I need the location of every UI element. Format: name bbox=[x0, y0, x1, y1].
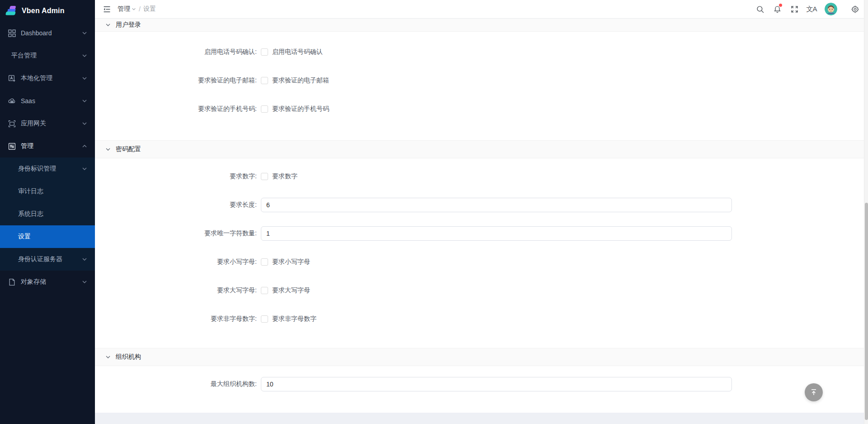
header-actions: 文A bbox=[753, 2, 862, 16]
translate-icon[interactable]: 文A bbox=[805, 2, 818, 16]
checkbox-label[interactable]: 要求验证的电子邮箱 bbox=[272, 76, 329, 85]
section-body-password-config: 要求数字: 要求数字 要求长度: 要求唯一字符数量: 要求小写字母: 要求小写字… bbox=[95, 158, 868, 348]
chevron-down-icon bbox=[105, 22, 111, 28]
sidebar-item-label: Dashboard bbox=[21, 29, 52, 37]
fullscreen-icon[interactable] bbox=[788, 2, 801, 16]
sidebar-item-admin[interactable]: 管理 bbox=[0, 135, 95, 157]
notification-dot bbox=[779, 4, 782, 7]
vben-logo-icon bbox=[5, 4, 18, 18]
breadcrumb-item-admin[interactable]: 管理 bbox=[118, 5, 136, 13]
sidebar-item-label: 管理 bbox=[21, 142, 33, 150]
back-to-top-button[interactable] bbox=[805, 383, 823, 401]
manage-icon bbox=[8, 143, 16, 150]
require-uppercase-checkbox[interactable] bbox=[261, 287, 268, 294]
chevron-up-icon bbox=[82, 143, 87, 149]
form-row: 要求验证的电子邮箱: 要求验证的电子邮箱 bbox=[95, 73, 868, 88]
storage-icon bbox=[8, 278, 16, 286]
sidebar-item-object-storage[interactable]: 对象存储 bbox=[0, 271, 95, 293]
form-row: 最大组织机构数: bbox=[95, 377, 868, 391]
sidebar-item-dashboard[interactable]: Dashboard bbox=[0, 22, 95, 44]
sidebar-menu-bottom: 对象存储 bbox=[0, 271, 95, 293]
page-scrollbar-track[interactable] bbox=[864, 0, 868, 424]
form-row: 要求大写字母: 要求大写字母 bbox=[95, 283, 868, 298]
field-label: 启用电话号码确认: bbox=[95, 48, 257, 56]
sidebar-item-label: 对象存储 bbox=[21, 278, 46, 286]
chevron-down-icon bbox=[132, 7, 136, 11]
chevron-down-icon bbox=[105, 354, 111, 360]
sidebar-item-audit-log[interactable]: 审计日志 bbox=[0, 180, 95, 203]
section-title: 用户登录 bbox=[116, 21, 141, 29]
sidebar-item-system-log[interactable]: 系统日志 bbox=[0, 203, 95, 225]
section-header-organization[interactable]: 组织机构 bbox=[95, 348, 868, 366]
avatar[interactable] bbox=[825, 3, 837, 15]
top-header: 管理 / 设置 文A bbox=[95, 0, 868, 19]
checkbox-label[interactable]: 要求非字母数字 bbox=[272, 315, 316, 323]
sidebar-item-label: 身份认证服务器 bbox=[18, 255, 62, 263]
require-confirmed-phone-checkbox[interactable] bbox=[261, 105, 268, 113]
chevron-down-icon bbox=[82, 98, 87, 104]
locale-icon bbox=[8, 75, 16, 82]
require-digit-checkbox[interactable] bbox=[261, 173, 268, 180]
checkbox-label[interactable]: 要求验证的手机号码 bbox=[272, 105, 329, 113]
section-title: 密码配置 bbox=[116, 145, 141, 153]
field-label: 要求大写字母: bbox=[95, 286, 257, 295]
checkbox-label[interactable]: 要求数字 bbox=[272, 172, 297, 181]
chevron-down-icon bbox=[82, 257, 87, 262]
page-scrollbar-thumb[interactable] bbox=[865, 203, 868, 420]
chevron-down-icon bbox=[82, 279, 87, 285]
section-body-organization: 最大组织机构数: bbox=[95, 366, 868, 413]
app-logo[interactable]: Vben Admin bbox=[0, 0, 95, 22]
require-confirmed-email-checkbox[interactable] bbox=[261, 77, 268, 84]
sidebar-item-label: 系统日志 bbox=[18, 210, 43, 218]
checkbox-label[interactable]: 要求小写字母 bbox=[272, 258, 310, 266]
chevron-down-icon bbox=[82, 53, 87, 58]
checkbox-label[interactable]: 启用电话号码确认 bbox=[272, 48, 323, 56]
sidebar-item-saas[interactable]: Saas bbox=[0, 90, 95, 112]
notification-icon[interactable] bbox=[770, 2, 784, 16]
sidebar-menu: Dashboard 平台管理 本地化管理 Saas 应用网关 bbox=[0, 22, 95, 157]
field-label: 要求数字: bbox=[95, 172, 257, 181]
sidebar-item-label: 平台管理 bbox=[11, 52, 37, 60]
section-body-user-login: 启用电话号码确认: 启用电话号码确认 要求验证的电子邮箱: 要求验证的电子邮箱 … bbox=[95, 32, 868, 140]
require-lowercase-checkbox[interactable] bbox=[261, 258, 268, 266]
search-icon[interactable] bbox=[753, 2, 767, 16]
breadcrumb-separator: / bbox=[139, 5, 141, 13]
field-label: 最大组织机构数: bbox=[95, 380, 257, 388]
breadcrumb-item-settings: 设置 bbox=[143, 5, 156, 13]
section-header-user-login[interactable]: 用户登录 bbox=[95, 19, 868, 32]
sidebar-item-settings[interactable]: 设置 bbox=[0, 225, 95, 248]
chevron-down-icon bbox=[105, 147, 111, 152]
sidebar: Vben Admin Dashboard 平台管理 本地化管理 Saas bbox=[0, 0, 95, 424]
sidebar-item-gateway[interactable]: 应用网关 bbox=[0, 112, 95, 135]
gateway-icon bbox=[8, 120, 16, 128]
field-label: 要求验证的手机号码: bbox=[95, 105, 257, 113]
field-label: 要求长度: bbox=[95, 201, 257, 209]
sidebar-item-label: 审计日志 bbox=[18, 187, 43, 195]
form-row: 要求验证的手机号码: 要求验证的手机号码 bbox=[95, 102, 868, 116]
sidebar-item-identity-management[interactable]: 身份标识管理 bbox=[0, 157, 95, 180]
form-row: 要求长度: bbox=[95, 198, 868, 212]
dashboard-icon bbox=[8, 29, 16, 37]
settings-gear-icon[interactable] bbox=[848, 2, 862, 16]
chevron-down-icon bbox=[82, 121, 87, 126]
field-label: 要求唯一字符数量: bbox=[95, 229, 257, 238]
field-label: 要求非字母数字: bbox=[95, 315, 257, 323]
max-organization-count-input[interactable] bbox=[261, 377, 732, 391]
sidebar-fold-icon[interactable] bbox=[100, 3, 113, 15]
sidebar-item-localization[interactable]: 本地化管理 bbox=[0, 67, 95, 90]
required-length-input[interactable] bbox=[261, 198, 732, 212]
section-header-password-config[interactable]: 密码配置 bbox=[95, 140, 868, 158]
app-title: Vben Admin bbox=[22, 7, 65, 15]
breadcrumb-label: 管理 bbox=[118, 5, 130, 13]
field-label: 要求小写字母: bbox=[95, 258, 257, 266]
checkbox-label[interactable]: 要求大写字母 bbox=[272, 286, 310, 295]
form-row: 启用电话号码确认: 启用电话号码确认 bbox=[95, 45, 868, 59]
required-unique-chars-input[interactable] bbox=[261, 226, 732, 241]
breadcrumb: 管理 / 设置 bbox=[118, 5, 156, 13]
require-non-alphanumeric-checkbox[interactable] bbox=[261, 315, 268, 323]
sidebar-item-identity-server[interactable]: 身份认证服务器 bbox=[0, 248, 95, 271]
sidebar-item-label: Saas bbox=[21, 97, 35, 105]
enable-phone-confirm-checkbox[interactable] bbox=[261, 48, 268, 56]
settings-page: 用户登录 启用电话号码确认: 启用电话号码确认 要求验证的电子邮箱: 要求验证的… bbox=[95, 19, 868, 413]
sidebar-item-platform[interactable]: 平台管理 bbox=[0, 44, 95, 67]
